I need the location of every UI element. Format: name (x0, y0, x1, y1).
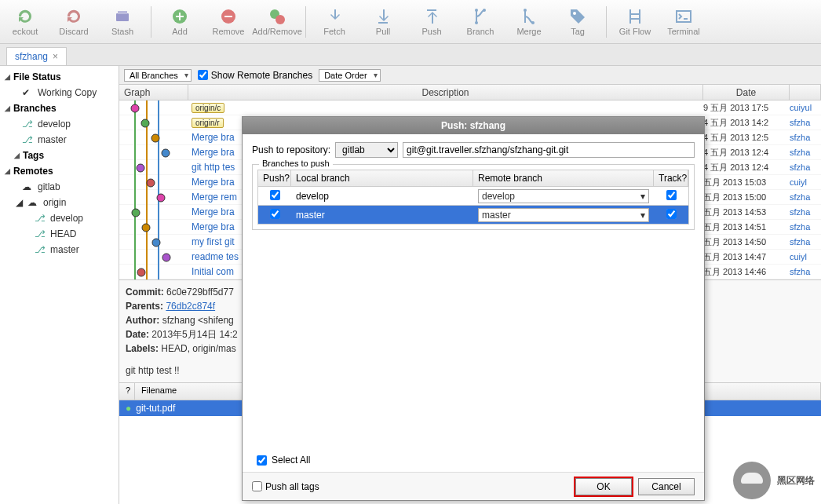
svg-point-26 (151, 134, 159, 142)
remove-button[interactable]: Remove (206, 1, 250, 43)
push-check-master[interactable] (270, 209, 280, 219)
remote-select[interactable]: gitlab (335, 142, 398, 158)
remote-icon: ☁ (27, 197, 38, 208)
origin-master[interactable]: ⎇master (0, 242, 119, 257)
filter-bar: All Branches Show Remote Branches Date O… (119, 66, 821, 85)
tag-button[interactable]: Tag (556, 1, 600, 43)
svg-point-42 (157, 194, 165, 202)
svg-point-62 (137, 268, 145, 276)
branch-icon: ⎇ (35, 228, 46, 239)
svg-rect-14 (677, 11, 691, 22)
svg-rect-0 (116, 13, 129, 21)
select-all-checkbox[interactable]: Select All (257, 455, 310, 466)
push-check-develop[interactable] (270, 190, 280, 200)
svg-point-12 (531, 21, 535, 24)
remote-branch-develop[interactable]: develop▾ (478, 189, 649, 203)
stash-button[interactable]: Stash (100, 1, 144, 43)
svg-point-58 (162, 254, 170, 261)
main-toolbar: eckout Discard Stash Add Remove Add/Remo… (0, 0, 821, 44)
cancel-button[interactable]: Cancel (638, 478, 695, 495)
svg-point-54 (152, 239, 160, 247)
svg-point-18 (131, 104, 139, 112)
sidebar: File Status ✔Working Copy Branches ⎇deve… (0, 66, 119, 504)
remote-gitlab[interactable]: ☁gitlab (0, 179, 119, 195)
addremove-button[interactable]: Add/Remove (255, 1, 299, 43)
chevron-down-icon: ▾ (640, 210, 645, 221)
parent-link[interactable]: 76db2c874f (166, 301, 215, 312)
remote-branch-master[interactable]: master▾ (478, 208, 649, 222)
branch-icon: ⎇ (35, 244, 46, 255)
working-copy-item[interactable]: ✔Working Copy (0, 85, 119, 100)
merge-button[interactable]: Merge (507, 1, 551, 43)
svg-point-10 (475, 21, 478, 24)
track-check-develop[interactable] (666, 190, 677, 200)
svg-point-50 (142, 224, 150, 232)
pull-button[interactable]: Pull (361, 1, 405, 43)
add-button[interactable]: Add (158, 1, 202, 43)
track-check-master[interactable] (666, 209, 677, 219)
branch-develop[interactable]: ⎇develop (0, 116, 119, 132)
origin-develop[interactable]: ⎇develop (0, 210, 119, 226)
watermark: 黑区网络 (733, 462, 815, 499)
bulb-icon (733, 462, 771, 499)
remotes-header[interactable]: Remotes (0, 163, 119, 179)
svg-point-5 (275, 15, 285, 24)
commit-row[interactable]: origin/c9 五月 2013 17:5cuiyul (119, 100, 821, 115)
svg-point-22 (141, 119, 149, 127)
svg-point-8 (475, 9, 478, 12)
svg-rect-7 (427, 9, 436, 11)
branch-table-header: Push? Local branch Remote branch Track? (257, 170, 689, 187)
chevron-down-icon: ▾ (640, 191, 645, 202)
svg-point-34 (137, 164, 144, 172)
close-icon[interactable]: × (53, 51, 58, 62)
svg-point-11 (524, 9, 527, 12)
gitflow-button[interactable]: Git Flow (613, 1, 657, 43)
svg-point-30 (162, 149, 170, 157)
svg-rect-1 (118, 11, 127, 14)
fetch-button[interactable]: Fetch (312, 1, 356, 43)
svg-point-13 (573, 12, 576, 15)
branch-row-master[interactable]: master master▾ (257, 206, 689, 225)
push-to-label: Push to repository: (252, 144, 330, 155)
remote-url[interactable] (403, 142, 695, 158)
repo-tab[interactable]: sfzhang× (6, 47, 67, 65)
origin-head[interactable]: ⎇HEAD (0, 226, 119, 242)
branch-icon: ⎇ (22, 134, 33, 145)
branches-header[interactable]: Branches (0, 100, 119, 116)
svg-point-46 (132, 209, 140, 217)
discard-button[interactable]: Discard (52, 1, 96, 43)
svg-rect-6 (378, 22, 388, 24)
push-button[interactable]: Push (410, 1, 454, 43)
branches-fieldset: Branches to push Push? Local branch Remo… (252, 164, 695, 230)
terminal-button[interactable]: Terminal (662, 1, 706, 43)
dialog-title: Push: sfzhang (243, 117, 704, 134)
branch-filter[interactable]: All Branches (124, 69, 192, 82)
branch-row-develop[interactable]: develop develop▾ (257, 187, 689, 206)
tab-bar: sfzhang× (0, 44, 821, 66)
branch-button[interactable]: Branch (458, 1, 502, 43)
push-dialog: Push: sfzhang Push to repository: gitlab… (242, 116, 705, 501)
file-add-icon: ● (126, 403, 131, 414)
branch-master[interactable]: ⎇master (0, 132, 119, 148)
svg-point-38 (147, 179, 155, 187)
check-icon: ✔ (22, 87, 33, 98)
branch-icon: ⎇ (35, 213, 46, 224)
ok-button[interactable]: OK (575, 478, 632, 495)
push-all-tags-checkbox[interactable]: Push all tags (252, 481, 319, 492)
file-status-header[interactable]: File Status (0, 69, 119, 85)
remote-icon: ☁ (22, 181, 33, 192)
order-filter[interactable]: Date Order (319, 69, 380, 82)
remote-origin[interactable]: ◢ ☁origin (0, 195, 119, 210)
svg-point-9 (483, 9, 486, 12)
show-remote-checkbox[interactable]: Show Remote Branches (198, 70, 312, 81)
tags-header[interactable]: Tags (0, 148, 119, 163)
column-headers: Graph Description Date (119, 85, 821, 100)
branch-icon: ⎇ (22, 119, 33, 130)
checkout-button[interactable]: eckout (3, 1, 47, 43)
